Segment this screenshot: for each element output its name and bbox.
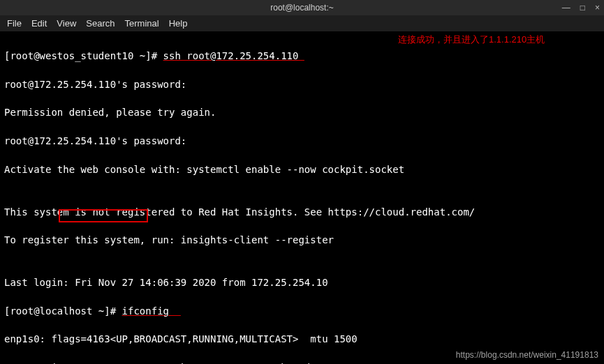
- ifconfig-command: ifconfig: [122, 305, 181, 317]
- terminal-line: root@172.25.254.110's password:: [4, 134, 600, 148]
- close-button[interactable]: ×: [595, 3, 600, 13]
- terminal-line: This system is not registered to Red Hat…: [4, 205, 600, 219]
- menu-file[interactable]: File: [7, 18, 22, 29]
- terminal-line: inet 1.1.1.210 netmask 255.255.255.0 bro…: [4, 361, 600, 364]
- terminal-line: To register this system, run: insights-c…: [4, 233, 600, 247]
- terminal-line: [root@westos_student10 ~]# ssh root@172.…: [4, 49, 600, 63]
- menu-bar: File Edit View Search Terminal Help: [0, 15, 604, 32]
- menu-help[interactable]: Help: [169, 18, 188, 29]
- menu-edit[interactable]: Edit: [31, 18, 47, 29]
- maximize-button[interactable]: □: [580, 3, 585, 13]
- terminal-line: [root@localhost ~]# ifconfig: [4, 304, 600, 318]
- menu-view[interactable]: View: [57, 18, 76, 29]
- window-titlebar: root@localhost:~ — □ ×: [0, 0, 604, 15]
- terminal-line: enp1s0: flags=4163<UP,BROADCAST,RUNNING,…: [4, 332, 600, 346]
- menu-search[interactable]: Search: [86, 18, 115, 29]
- watermark: https://blog.csdn.net/weixin_41191813: [456, 350, 598, 360]
- minimize-button[interactable]: —: [562, 3, 570, 13]
- terminal-line: Permission denied, please try again.: [4, 105, 600, 119]
- ssh-command: ssh root@172.25.254.110: [163, 50, 304, 61]
- terminal-line: root@172.25.254.110's password:: [4, 77, 600, 91]
- annotation-text: 连接成功，并且进入了1.1.1.210主机: [398, 33, 545, 46]
- terminal-line: Last login: Fri Nov 27 14:06:39 2020 fro…: [4, 275, 600, 289]
- terminal-output[interactable]: [root@westos_student10 ~]# ssh root@172.…: [0, 32, 604, 364]
- window-controls: — □ ×: [562, 3, 600, 13]
- terminal-line: Activate the web console with: systemctl…: [4, 162, 600, 176]
- window-title: root@localhost:~: [270, 3, 334, 13]
- menu-terminal[interactable]: Terminal: [125, 18, 159, 29]
